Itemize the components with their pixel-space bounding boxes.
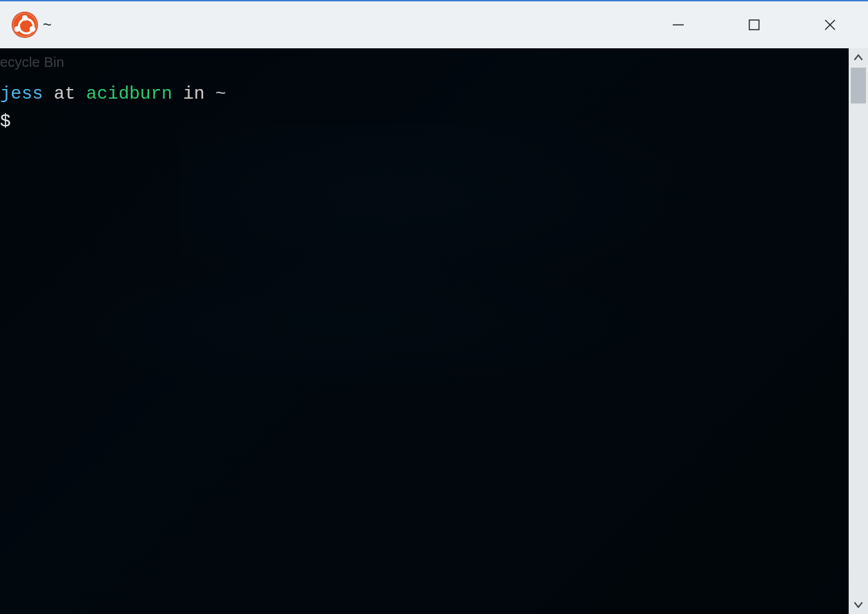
minimize-button[interactable] (640, 1, 716, 48)
svg-rect-1 (749, 20, 759, 30)
scroll-down-button[interactable] (849, 595, 868, 614)
ps1-path: ~ (215, 83, 226, 104)
ps1-user: jess (0, 83, 43, 104)
close-icon (822, 17, 838, 33)
terminal[interactable]: jess at acidburn in ~ $ (0, 48, 849, 614)
ps1-host: acidburn (86, 83, 172, 104)
vertical-scrollbar[interactable] (849, 48, 868, 614)
titlebar[interactable]: ~ (0, 0, 868, 48)
maximize-button[interactable] (716, 1, 792, 48)
ps1-at: at (43, 83, 86, 104)
chevron-up-icon (854, 53, 863, 63)
scroll-thumb[interactable] (851, 68, 866, 103)
maximize-icon (746, 17, 762, 33)
desktop: ecycle Bin ~ jess at a (0, 0, 868, 614)
window-client-area: jess at acidburn in ~ $ (0, 48, 868, 614)
terminal-window: ~ jess at acidburn in ~ $ (0, 0, 868, 614)
close-button[interactable] (792, 1, 868, 48)
prompt-symbol: $ (0, 111, 11, 132)
window-controls (640, 1, 868, 48)
ps1-in: in (172, 83, 215, 104)
ubuntu-logo-icon (12, 12, 37, 37)
window-title: ~ (43, 16, 52, 34)
scroll-up-button[interactable] (849, 48, 868, 68)
scroll-track[interactable] (849, 68, 868, 595)
minimize-icon (670, 17, 687, 33)
chevron-down-icon (854, 600, 863, 609)
